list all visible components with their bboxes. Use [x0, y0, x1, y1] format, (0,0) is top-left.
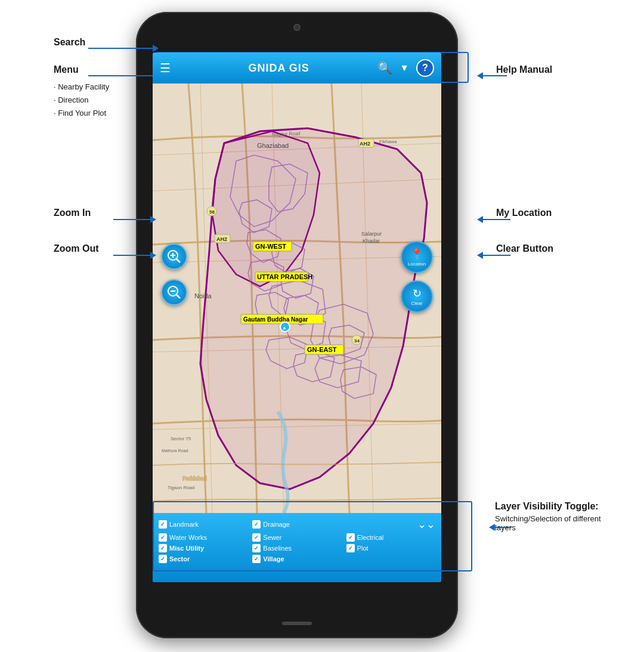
app-title: GNIDA GIS [180, 62, 377, 75]
village-label: Village [263, 555, 284, 563]
phone-home-button [282, 622, 312, 625]
nearby-facility-label: · Nearby Facility [54, 82, 109, 91]
zoom-in-icon [167, 249, 181, 264]
svg-text:34: 34 [354, 338, 360, 344]
zoom-out-icon [167, 285, 181, 299]
svg-text:Faridabad: Faridabad [182, 475, 207, 481]
svg-text:AH2: AH2 [360, 141, 370, 147]
layer-empty [346, 555, 435, 563]
baselines-label: Baselines [263, 545, 292, 552]
sewer-checkbox[interactable] [252, 533, 261, 542]
help-manual-arrow [477, 72, 507, 79]
drainage-checkbox[interactable] [252, 520, 261, 529]
menu-arrow [88, 72, 159, 79]
zoom-out-button[interactable] [161, 279, 187, 305]
location-label: Location [408, 261, 426, 267]
refresh-icon: ↻ [413, 287, 422, 300]
help-label: ? [422, 63, 428, 73]
menu-annotation-label: Menu [54, 64, 79, 75]
search-annotation-label: Search [54, 37, 85, 48]
waterworks-label: Water Works [169, 534, 207, 541]
layer-electrical[interactable]: Electrical [346, 533, 435, 542]
landmark-checkbox[interactable] [159, 520, 167, 529]
electrical-checkbox[interactable] [346, 533, 355, 542]
svg-line-43 [177, 295, 180, 298]
svg-text:Mathura Road: Mathura Road [162, 449, 188, 453]
layer-grid: Landmark Drainage ⌄⌄ Water Works Sewer [159, 518, 435, 563]
layer-plot[interactable]: Plot [346, 544, 435, 552]
map-area[interactable]: Ghaziabad Noida Salarpur Khadar Nagpur R… [153, 84, 441, 513]
clear-button[interactable]: ↻ Clear [401, 280, 433, 313]
search-arrow [88, 45, 159, 52]
svg-text:Noida: Noida [194, 292, 212, 299]
zoom-in-button[interactable] [161, 243, 187, 270]
my-location-arrow [477, 216, 510, 223]
map-svg: Ghaziabad Noida Salarpur Khadar Nagpur R… [153, 84, 441, 513]
svg-text:GN-EAST: GN-EAST [307, 346, 337, 353]
svg-text:Tigaon Road: Tigaon Road [168, 485, 195, 490]
sector-checkbox[interactable] [159, 555, 167, 563]
location-icon: 📍 [410, 248, 423, 261]
svg-text:Nagpur Road: Nagpur Road [272, 131, 301, 137]
zoom-out-arrow [113, 252, 156, 259]
svg-text:58: 58 [209, 209, 215, 215]
header-icons: 🔍 ▼ ? [377, 59, 434, 77]
phone-camera [293, 24, 301, 31]
svg-line-40 [177, 259, 180, 262]
find-your-plot-label: · Find Your Plot [54, 109, 106, 118]
direction-label: · Direction [54, 95, 89, 104]
layer-visibility-annotation: Layer Visibility Toggle: [495, 501, 599, 512]
layer-landmark[interactable]: Landmark [159, 518, 247, 531]
layer-village[interactable]: Village [252, 555, 341, 563]
waterworks-checkbox[interactable] [159, 533, 167, 542]
layer-baselines[interactable]: Baselines [252, 544, 341, 552]
layer-waterworks[interactable]: Water Works [159, 533, 247, 542]
landmark-label: Landmark [169, 521, 199, 528]
app-header: ☰ GNIDA GIS 🔍 ▼ ? [153, 52, 441, 84]
layer-sewer[interactable]: Sewer [252, 533, 341, 542]
help-button[interactable]: ? [416, 59, 434, 77]
clear-button-arrow [477, 252, 510, 259]
location-button[interactable]: 📍 Location [401, 241, 433, 273]
layer-visibility-arrow [489, 524, 512, 531]
zoom-in-arrow [113, 216, 156, 223]
plot-checkbox[interactable] [346, 544, 355, 552]
dropdown-icon[interactable]: ▼ [400, 63, 409, 73]
layer-drainage[interactable]: Drainage [252, 518, 341, 531]
svg-text:Salarpur: Salarpur [361, 231, 382, 237]
svg-text:Fikhawa: Fikhawa [379, 139, 397, 144]
miscutility-checkbox[interactable] [159, 544, 167, 552]
svg-text:Ghaziabad: Ghaziabad [257, 142, 289, 149]
svg-text:GN-WEST: GN-WEST [255, 243, 286, 250]
layer-sector[interactable]: Sector [159, 555, 247, 563]
sewer-label: Sewer [263, 534, 281, 541]
layer-visibility-desc: Switching/Selection of different layers [495, 514, 614, 532]
village-checkbox[interactable] [252, 555, 261, 563]
svg-text:Khadar: Khadar [363, 238, 380, 244]
baselines-checkbox[interactable] [252, 544, 261, 552]
menu-icon[interactable]: ☰ [160, 61, 171, 75]
drainage-label: Drainage [263, 521, 290, 528]
sector-label: Sector [169, 555, 190, 563]
svg-text:UTTAR PRADESH: UTTAR PRADESH [257, 273, 312, 280]
svg-text:AH2: AH2 [216, 236, 227, 242]
layer-panel: Landmark Drainage ⌄⌄ Water Works Sewer [153, 513, 441, 582]
phone-screen: ☰ GNIDA GIS 🔍 ▼ ? [153, 52, 441, 582]
plot-label: Plot [357, 545, 369, 552]
zoom-out-annotation: Zoom Out [54, 243, 99, 254]
layer-chevron[interactable]: ⌄⌄ [346, 518, 435, 531]
layer-miscutility[interactable]: Misc Utility [159, 544, 247, 552]
chevron-down-icon[interactable]: ⌄⌄ [417, 518, 435, 531]
svg-text:▲: ▲ [282, 325, 287, 330]
zoom-in-annotation: Zoom In [54, 208, 91, 218]
svg-text:Sector 75: Sector 75 [171, 436, 191, 441]
clear-label: Clear [411, 301, 422, 306]
miscutility-label: Misc Utility [169, 545, 204, 552]
search-icon[interactable]: 🔍 [377, 61, 392, 75]
phone-frame: ☰ GNIDA GIS 🔍 ▼ ? [136, 12, 458, 638]
svg-text:Gautam Buddha Nagar: Gautam Buddha Nagar [243, 316, 308, 323]
electrical-label: Electrical [357, 534, 384, 541]
